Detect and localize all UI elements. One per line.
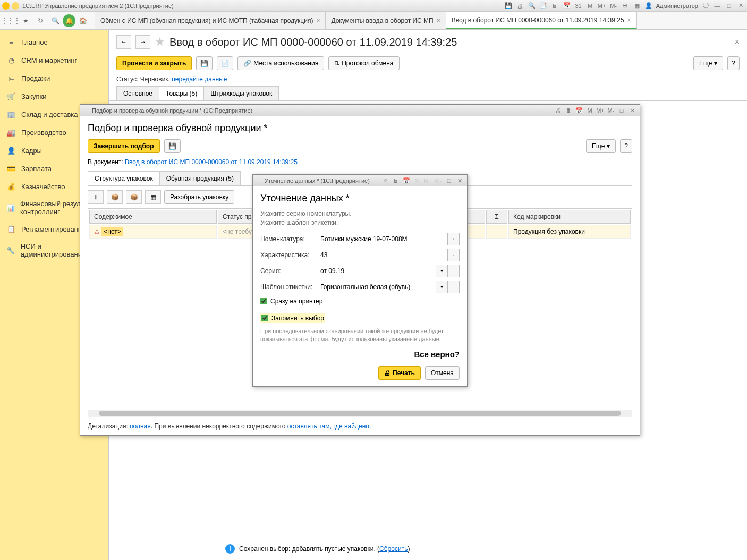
barcode-button[interactable]: ⫴ [88, 190, 104, 204]
sidebar-item-crm[interactable]: ◔CRM и маркетинг [0, 51, 108, 69]
sidebar-item-sales[interactable]: 🏷Продажи [0, 69, 108, 87]
favorite-icon[interactable]: ★ [155, 35, 165, 49]
print-icon[interactable]: 🖨 [554, 106, 562, 115]
tab-barcodes[interactable]: Штрихкоды упаковок [203, 86, 279, 100]
tmpl-label: Шаблон этикетки: [260, 283, 317, 291]
page-close-icon[interactable]: × [735, 37, 740, 47]
more-button[interactable]: Еще ▾ [693, 56, 723, 70]
dropdown-icon[interactable] [12, 2, 19, 10]
mplus-icon[interactable]: M+ [598, 2, 606, 10]
row-sigma [486, 225, 507, 239]
print-icon[interactable]: 🖨 [381, 176, 389, 185]
m-icon[interactable]: M [413, 176, 421, 185]
more-button[interactable]: Еще ▾ [586, 139, 616, 153]
docline-link[interactable]: Ввод в оборот ИС МП 0000-000060 от 11.09… [125, 158, 298, 166]
maximize-icon[interactable]: □ [617, 106, 626, 115]
protocol-button[interactable]: ⇅ Протокол обмена [328, 56, 399, 70]
calendar-icon[interactable]: 📅 [563, 2, 571, 10]
tab-structure[interactable]: Структура упаковок [88, 171, 160, 185]
sidebar-item-purchases[interactable]: 🛒Закупки [0, 87, 108, 105]
calendar-icon[interactable]: 📅 [402, 176, 411, 185]
open-icon[interactable]: ▫ [448, 233, 460, 245]
maximize-icon[interactable]: □ [725, 2, 733, 10]
date-icon[interactable]: 31 [574, 2, 583, 10]
info-icon[interactable]: ⓘ [701, 2, 710, 10]
star-icon[interactable]: ★ [18, 13, 33, 28]
bell-icon[interactable]: 🔔 [63, 14, 75, 27]
help-button[interactable]: ? [620, 139, 632, 153]
print-icon[interactable]: 🖨 [516, 2, 524, 10]
tab-goods[interactable]: Товары (5) [159, 86, 204, 100]
grid-button[interactable]: ▦ [145, 190, 161, 204]
box-remove-button[interactable]: 📦 [126, 190, 142, 204]
status-label: Статус: [116, 75, 138, 83]
tab-close-icon[interactable]: × [316, 17, 320, 24]
back-button[interactable]: ← [116, 35, 131, 49]
help-button[interactable]: ? [727, 56, 740, 70]
person-icon: 👤 [6, 146, 16, 155]
grid-icon[interactable]: ▦ [633, 2, 641, 10]
history-icon[interactable]: ↻ [33, 13, 48, 28]
tmpl-input[interactable] [317, 281, 436, 293]
nomen-input[interactable] [317, 233, 448, 245]
tab-close-icon[interactable]: × [627, 16, 631, 24]
dropdown-icon[interactable]: ▾ [436, 265, 448, 277]
save-icon[interactable]: 💾 [504, 2, 513, 10]
m-icon[interactable]: M [585, 106, 594, 115]
sidebar-item-main[interactable]: ≡Главное [0, 33, 108, 51]
calc-icon[interactable]: 🖩 [551, 2, 559, 10]
tab-entry[interactable]: Ввод в оборот ИС МП 0000-000060 от 11.09… [446, 12, 637, 29]
tab-documents[interactable]: Документы ввода в оборот ИС МП× [325, 12, 446, 29]
tab-exchange[interactable]: Обмен с ИС МП (обувная продукция) и ИС М… [95, 12, 326, 29]
post-close-button[interactable]: Провести и закрыть [116, 56, 192, 70]
reset-link[interactable]: Сбросить [379, 545, 408, 553]
finish-button[interactable]: Завершить подбор [88, 139, 160, 153]
minimize-icon[interactable]: — [713, 2, 721, 10]
scrollbar[interactable] [88, 410, 632, 417]
calendar-icon[interactable]: 📅 [575, 106, 583, 115]
open-icon[interactable]: ▫ [448, 249, 460, 261]
save-button[interactable]: 💾 [196, 56, 213, 70]
open-icon[interactable]: ▫ [448, 265, 460, 277]
close-icon[interactable]: ✕ [455, 176, 464, 185]
status-link[interactable]: передайте данные [172, 75, 227, 83]
zoom-icon[interactable]: ⊕ [621, 2, 630, 10]
det-link-leave[interactable]: оставлять там, где найдено. [287, 422, 371, 430]
preview-icon[interactable]: 🔍 [528, 2, 536, 10]
usage-button[interactable]: 🔗 Места использования [237, 56, 324, 70]
printer-checkbox[interactable] [260, 298, 267, 304]
mminus-icon[interactable]: M- [609, 2, 618, 10]
calc-icon[interactable]: 🖩 [392, 176, 400, 185]
maximize-icon[interactable]: □ [445, 176, 453, 185]
mplus-icon[interactable]: M+ [596, 106, 605, 115]
tab-close-icon[interactable]: × [437, 17, 440, 24]
det-link-full[interactable]: полная [130, 422, 151, 430]
char-input[interactable] [317, 249, 448, 261]
remember-checkbox[interactable] [261, 315, 268, 321]
compare-icon[interactable]: 📑 [539, 2, 548, 10]
save-button[interactable]: 💾 [164, 139, 181, 153]
info-badge-icon: i [225, 544, 235, 554]
home-icon[interactable]: 🏠 [75, 13, 90, 28]
app-logo-icon [2, 2, 10, 10]
close-icon[interactable]: ✕ [736, 2, 745, 10]
calc-icon[interactable]: 🖩 [564, 106, 573, 115]
unpack-button[interactable]: Разобрать упаковку [164, 190, 234, 204]
box-add-button[interactable]: 📦 [107, 190, 123, 204]
print-button[interactable]: 🖨 Печать [378, 366, 421, 380]
tab-main[interactable]: Основное [116, 86, 159, 100]
search-icon[interactable]: 🔍 [48, 13, 63, 28]
apps-icon[interactable]: ⋮⋮⋮ [3, 13, 18, 28]
mminus-icon[interactable]: M- [434, 176, 443, 185]
mminus-icon[interactable]: M- [607, 106, 615, 115]
post-button[interactable]: 📄 [217, 56, 233, 70]
mplus-icon[interactable]: M+ [423, 176, 432, 185]
series-input[interactable] [317, 265, 436, 277]
close-icon[interactable]: ✕ [628, 106, 636, 115]
dropdown-icon[interactable]: ▾ [436, 281, 448, 293]
tab-products[interactable]: Обувная продукция (5) [159, 171, 241, 185]
forward-button[interactable]: → [135, 35, 150, 49]
open-icon[interactable]: ▫ [448, 281, 460, 293]
cancel-button[interactable]: Отмена [425, 366, 460, 380]
m-icon[interactable]: M [586, 2, 595, 10]
